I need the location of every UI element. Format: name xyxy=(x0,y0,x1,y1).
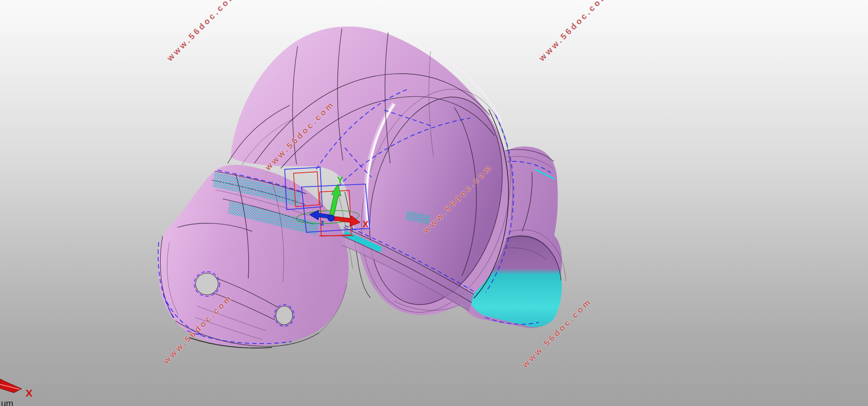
view-axis-indicator: X um xyxy=(0,379,33,406)
axis-z-label: Z xyxy=(320,219,324,227)
corner-x-label: X xyxy=(26,387,33,399)
corner-x-axis-arrow xyxy=(0,379,22,393)
triad-origin[interactable] xyxy=(328,215,334,221)
cad-viewport[interactable]: Y X Z X um www.56doc.com www.56doc.com w… xyxy=(0,0,868,406)
corner-clipped-text: um xyxy=(1,399,13,406)
axis-y-label: Y xyxy=(337,175,343,185)
model-canvas[interactable]: Y X Z X um xyxy=(0,0,868,406)
axis-x-label: X xyxy=(363,219,368,229)
axis-y-arrow[interactable] xyxy=(329,184,341,218)
car-body-model[interactable]: Y X Z xyxy=(158,27,566,348)
